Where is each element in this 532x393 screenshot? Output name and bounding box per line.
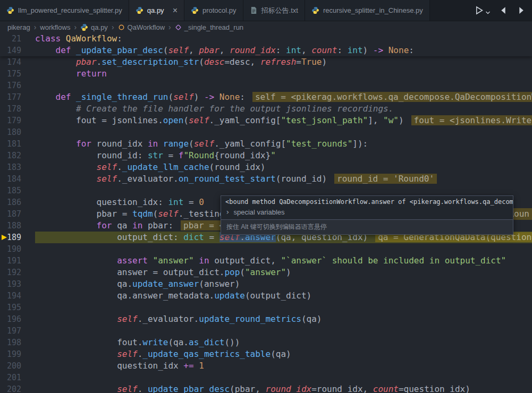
code-line[interactable]: 178 # Create the file handler for the ou… bbox=[0, 103, 532, 115]
code-line[interactable]: 185 bbox=[0, 185, 532, 196]
code-line[interactable]: 190 bbox=[0, 243, 532, 255]
code-line[interactable]: 195 bbox=[0, 302, 532, 313]
code-text: self._evaluator.update_round_metrics(qa) bbox=[35, 313, 532, 325]
line-number[interactable]: 179 bbox=[0, 115, 35, 126]
special-variables-label: special variables bbox=[233, 208, 284, 216]
line-number[interactable]: 21 bbox=[0, 33, 35, 45]
line-number[interactable]: 181 bbox=[0, 138, 35, 150]
code-line[interactable]: 194 qa.answer_metadata.update(output_dic… bbox=[0, 290, 532, 302]
code-line[interactable]: 192 answer = output_dict.pop("answer") bbox=[0, 267, 532, 278]
code-line[interactable]: 182 round_id: str = f"Round{round_idx}" bbox=[0, 150, 532, 161]
code-line[interactable]: 193 qa.update_answer(answer) bbox=[0, 278, 532, 290]
line-number[interactable]: 191 bbox=[0, 255, 35, 267]
line-number[interactable]: 201 bbox=[0, 372, 35, 383]
breadcrumb-label: QaWorkflow bbox=[128, 23, 165, 31]
tab-label: protocol.py bbox=[202, 6, 237, 14]
line-number[interactable]: 189 bbox=[0, 232, 35, 243]
line-number-text: 190 bbox=[7, 244, 21, 254]
breadcrumb: pikerag›workflows›qa.py›QaWorkflow›_sing… bbox=[0, 21, 532, 33]
code-line[interactable]: 180 bbox=[0, 126, 532, 138]
code-line[interactable]: 199 self._update_qas_metrics_table(qa) bbox=[0, 348, 532, 360]
close-icon[interactable]: × bbox=[173, 6, 178, 15]
code-line[interactable]: 181 for round_idx in range(self._yaml_co… bbox=[0, 138, 532, 150]
breadcrumb-label: qa.py bbox=[91, 23, 108, 31]
code-text: def _update_pbar_desc(self, pbar, round_… bbox=[35, 45, 532, 56]
code-line[interactable]: 179 fout = jsonlines.open(self._yaml_con… bbox=[0, 115, 532, 126]
code-line[interactable]: 149 def _update_pbar_desc(self, pbar, ro… bbox=[0, 45, 532, 56]
line-number-text: 187 bbox=[7, 209, 21, 219]
breadcrumb-item[interactable]: _single_thread_run bbox=[175, 23, 243, 31]
line-number[interactable]: 192 bbox=[0, 267, 35, 278]
special-variables-expander[interactable]: › special variables bbox=[221, 207, 513, 219]
python-file-icon bbox=[191, 6, 199, 14]
line-number-text: 186 bbox=[7, 198, 21, 207]
line-number[interactable]: 190 bbox=[0, 243, 35, 255]
line-number[interactable]: 176 bbox=[0, 80, 35, 91]
method-icon bbox=[175, 24, 182, 31]
editor-tab[interactable]: recursive_splitter_in_Chinese.py bbox=[305, 0, 430, 21]
breadcrumb-separator: › bbox=[168, 23, 171, 31]
breadcrumb-item[interactable]: pikerag bbox=[7, 23, 30, 31]
code-line[interactable]: 184 self._evaluator.on_round_test_start(… bbox=[0, 173, 532, 185]
chevron-right-icon: › bbox=[225, 208, 230, 216]
line-number[interactable]: 174 bbox=[0, 56, 35, 68]
code-text bbox=[35, 126, 532, 138]
line-number[interactable]: 184 bbox=[0, 173, 35, 185]
line-number[interactable]: 194 bbox=[0, 290, 35, 302]
debug-inline-value: round_id = 'Round0' bbox=[334, 174, 437, 184]
breadcrumb-item[interactable]: QaWorkflow bbox=[118, 23, 165, 31]
code-line[interactable]: 198 fout.write(qa.as_dict()) bbox=[0, 337, 532, 348]
line-number[interactable]: 195 bbox=[0, 302, 35, 313]
breadcrumb-label: workflows bbox=[40, 23, 70, 31]
line-number[interactable]: 199 bbox=[0, 348, 35, 360]
code-line[interactable]: 197 bbox=[0, 325, 532, 337]
breadcrumb-item[interactable]: workflows bbox=[40, 23, 70, 31]
navigate-forward-button[interactable] bbox=[517, 6, 526, 15]
navigate-back-button[interactable] bbox=[499, 6, 508, 15]
code-text: fout = jsonlines.open(self._yaml_config[… bbox=[35, 115, 532, 126]
editor-tab[interactable]: protocol.py bbox=[184, 0, 243, 21]
code-text bbox=[35, 243, 532, 255]
line-number[interactable]: 178 bbox=[0, 103, 35, 115]
triangle-left-icon bbox=[499, 6, 508, 15]
code-line[interactable]: 191 assert "answer" in output_dict, "`an… bbox=[0, 255, 532, 267]
line-number-text: 149 bbox=[7, 46, 21, 55]
line-number[interactable]: 180 bbox=[0, 126, 35, 138]
code-line[interactable]: 202 self._update_pbar_desc(pbar, round_i… bbox=[0, 383, 532, 393]
editor-tab[interactable]: llm_powered_recursive_splitter.py bbox=[0, 0, 129, 21]
code-line[interactable]: 201 bbox=[0, 372, 532, 383]
code-line[interactable]: 196 self._evaluator.update_round_metrics… bbox=[0, 313, 532, 325]
line-number[interactable]: 182 bbox=[0, 150, 35, 161]
line-number[interactable]: 202 bbox=[0, 383, 35, 393]
line-number[interactable]: 185 bbox=[0, 185, 35, 196]
line-number[interactable]: 149 bbox=[0, 45, 35, 56]
code-line[interactable]: 183 self._update_llm_cache(round_idx) bbox=[0, 161, 532, 173]
code-line[interactable]: 174 pbar.set_description_str(desc=desc, … bbox=[0, 56, 532, 68]
tab-strip: llm_powered_recursive_splitter.pyqa.py×p… bbox=[0, 0, 430, 21]
line-number[interactable]: 193 bbox=[0, 278, 35, 290]
line-number[interactable]: 198 bbox=[0, 337, 35, 348]
code-line[interactable]: 200 question_idx += 1 bbox=[0, 360, 532, 372]
code-line[interactable]: 176 bbox=[0, 80, 532, 91]
editor-tab[interactable]: qa.py× bbox=[129, 0, 184, 21]
line-number-text: 184 bbox=[7, 174, 21, 184]
code-line[interactable]: 21class QaWorkflow: bbox=[0, 33, 532, 45]
chevron-down-icon bbox=[485, 10, 491, 15]
line-number[interactable]: 177 bbox=[0, 91, 35, 103]
line-number[interactable]: 187 bbox=[0, 208, 35, 220]
editor-tab[interactable]: 招标公告.txt bbox=[243, 0, 305, 21]
code-line[interactable]: 177 def _single_thread_run(self) -> None… bbox=[0, 91, 532, 103]
code-line[interactable]: 175 return bbox=[0, 68, 532, 80]
breadcrumb-item[interactable]: qa.py bbox=[80, 23, 108, 31]
play-icon bbox=[474, 5, 484, 15]
run-python-file-button[interactable] bbox=[474, 5, 491, 15]
line-number[interactable]: 200 bbox=[0, 360, 35, 372]
line-number[interactable]: 188 bbox=[0, 220, 35, 232]
line-number[interactable]: 186 bbox=[0, 196, 35, 208]
line-number-text: 189 bbox=[7, 233, 21, 242]
line-number[interactable]: 183 bbox=[0, 161, 35, 173]
line-number[interactable]: 196 bbox=[0, 313, 35, 325]
line-number-text: 181 bbox=[7, 139, 21, 149]
line-number[interactable]: 175 bbox=[0, 68, 35, 80]
line-number[interactable]: 197 bbox=[0, 325, 35, 337]
